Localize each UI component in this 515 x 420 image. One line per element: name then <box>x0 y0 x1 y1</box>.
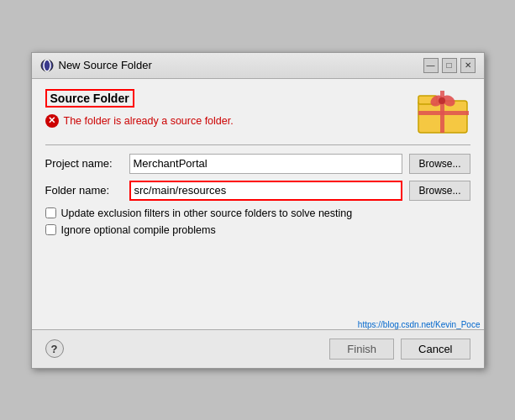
ignore-problems-label[interactable]: Ignore optional compile problems <box>61 224 216 236</box>
dialog-body: Source Folder ✕ The folder is already a … <box>32 79 484 318</box>
title-bar-left: New Source Folder <box>40 59 152 72</box>
dialog-footer: ? Finish Cancel <box>32 329 484 368</box>
update-filters-label[interactable]: Update exclusion filters in other source… <box>61 207 353 219</box>
footer-left: ? <box>45 339 64 358</box>
project-name-input[interactable] <box>129 154 403 174</box>
folder-icon-wrap <box>417 89 470 136</box>
warning-icon: ✕ <box>45 114 59 128</box>
content-area <box>45 241 470 308</box>
update-filters-checkbox[interactable] <box>45 207 56 218</box>
ignore-problems-row: Ignore optional compile problems <box>45 224 470 236</box>
cancel-button[interactable]: Cancel <box>401 339 470 360</box>
folder-name-row: Folder name: Browse... <box>45 181 470 201</box>
source-folder-label: Source Folder <box>45 89 134 108</box>
title-bar-buttons: — □ ✕ <box>423 58 476 73</box>
project-name-row: Project name: Browse... <box>45 154 470 174</box>
dialog-window: New Source Folder — □ ✕ Source Folder ✕ … <box>31 52 485 369</box>
warning-message: The folder is already a source folder. <box>64 115 234 127</box>
footer-right: Finish Cancel <box>329 339 470 360</box>
close-button[interactable]: ✕ <box>460 58 476 73</box>
finish-button[interactable]: Finish <box>329 339 394 360</box>
folder-name-input[interactable] <box>129 181 403 201</box>
eclipse-icon <box>40 59 54 72</box>
title-bar: New Source Folder — □ ✕ <box>32 53 484 79</box>
ignore-problems-checkbox[interactable] <box>45 224 56 235</box>
dialog-title: New Source Folder <box>59 59 152 71</box>
minimize-button[interactable]: — <box>423 58 439 73</box>
svg-point-8 <box>439 97 445 104</box>
folder-browse-button[interactable]: Browse... <box>409 181 470 201</box>
update-filters-row: Update exclusion filters in other source… <box>45 207 470 219</box>
project-browse-button[interactable]: Browse... <box>409 154 470 174</box>
folder-icon <box>417 89 470 136</box>
svg-rect-5 <box>418 111 469 115</box>
svg-point-0 <box>41 60 53 71</box>
header-left: Source Folder ✕ The folder is already a … <box>45 89 417 128</box>
warning-row: ✕ The folder is already a source folder. <box>45 114 417 128</box>
separator <box>45 144 470 145</box>
watermark: https://blog.csdn.net/Kevin_Poce <box>32 318 484 329</box>
help-button[interactable]: ? <box>45 339 64 358</box>
header-section: Source Folder ✕ The folder is already a … <box>45 89 470 136</box>
folder-label: Folder name: <box>45 184 129 197</box>
project-label: Project name: <box>45 157 129 170</box>
maximize-button[interactable]: □ <box>442 58 457 73</box>
